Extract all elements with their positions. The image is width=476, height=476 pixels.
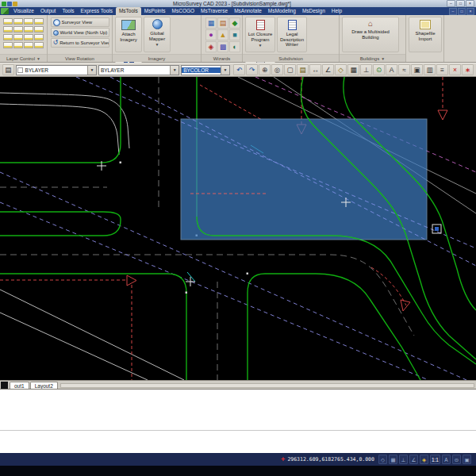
- layer-color-icon[interactable]: [34, 26, 44, 33]
- wizard-cogo-icon[interactable]: ●: [205, 29, 217, 40]
- layer-delete-icon[interactable]: [24, 42, 33, 48]
- layer-walk-icon[interactable]: [3, 42, 13, 48]
- doc-close-button[interactable]: ×: [466, 8, 474, 15]
- wizard-points-icon[interactable]: ◆: [229, 17, 240, 29]
- layer-off-icon[interactable]: [24, 18, 33, 25]
- erase-icon[interactable]: ×: [449, 64, 461, 75]
- layer-current-icon[interactable]: [3, 34, 13, 40]
- layer-isolate-icon[interactable]: [13, 42, 23, 48]
- ribbon-tab[interactable]: Output: [37, 7, 60, 15]
- viewport-icon[interactable]: ▣: [411, 64, 423, 75]
- maximize-button[interactable]: □: [456, 0, 465, 7]
- pan-icon[interactable]: ⊕: [259, 64, 271, 75]
- layer-match-icon[interactable]: [13, 34, 23, 40]
- layers-icon[interactable]: ▤: [297, 64, 309, 75]
- legal-description-writer-button[interactable]: Legal Description Writer: [277, 17, 307, 52]
- wizard-traverse-icon[interactable]: ▤: [217, 17, 228, 29]
- global-mapper-button[interactable]: Global Mapper ▼: [144, 17, 171, 52]
- close-button[interactable]: ×: [466, 0, 474, 7]
- ribbon-tab[interactable]: MsTools: [116, 7, 141, 15]
- ribbon-tab[interactable]: MsModeling: [265, 7, 299, 15]
- layer-thaw-icon[interactable]: [3, 26, 13, 33]
- doc-minimize-button[interactable]: –: [449, 8, 457, 15]
- wizard-reports-icon[interactable]: ◐: [229, 41, 240, 52]
- snap-toggle-icon[interactable]: ◇: [378, 455, 387, 464]
- ortho-icon[interactable]: ⊥: [360, 64, 372, 75]
- chevron-down-icon[interactable]: ▼: [170, 66, 178, 75]
- wizard-labels-icon[interactable]: ▲: [217, 29, 228, 40]
- layer-swatch-icon: [17, 67, 23, 73]
- polar-toggle-icon[interactable]: ∠: [409, 455, 418, 464]
- doc-restore-button[interactable]: □: [458, 8, 466, 15]
- layer-unlock-icon[interactable]: [24, 26, 33, 33]
- wizard-export-icon[interactable]: ◈: [205, 41, 217, 52]
- distance-icon[interactable]: ↔: [309, 64, 321, 75]
- layer-previous-icon[interactable]: [24, 34, 33, 40]
- chevron-down-icon[interactable]: ▼: [221, 66, 229, 75]
- ribbon-tab[interactable]: MsTraverse: [198, 7, 231, 15]
- lineweight-icon[interactable]: ≡: [436, 64, 448, 75]
- wizard-settings-icon[interactable]: ▩: [217, 41, 228, 52]
- command-window[interactable]: [0, 389, 476, 454]
- app-icon[interactable]: [2, 2, 6, 6]
- zoom-icon[interactable]: ◎: [271, 64, 283, 75]
- viewport-lock-icon[interactable]: ▣: [463, 455, 471, 464]
- layer-list-icon[interactable]: [3, 18, 13, 25]
- grid-icon[interactable]: ▦: [347, 64, 359, 75]
- lot-closure-program-button[interactable]: Lot Closure Program ▼: [245, 17, 275, 52]
- layer-lock-icon[interactable]: [13, 26, 23, 33]
- shapefile-import-button[interactable]: Shapefile Import: [409, 17, 442, 52]
- text-icon[interactable]: A: [386, 64, 397, 75]
- layer-combo[interactable]: BYLAYER ▼: [16, 65, 97, 75]
- table-icon[interactable]: ▥: [424, 64, 436, 75]
- osnap-toggle-icon[interactable]: ◈: [420, 455, 428, 464]
- layer-on-icon[interactable]: [13, 18, 23, 25]
- save-icon[interactable]: [7, 2, 12, 6]
- angle-icon[interactable]: ∠: [322, 64, 334, 75]
- ribbon-tab[interactable]: MsDesign: [299, 7, 328, 15]
- ribbon-tab[interactable]: MsAnnotate: [231, 7, 265, 15]
- command-window-splitter[interactable]: [0, 430, 476, 431]
- plot-style-combo[interactable]: BYCOLOR ▼: [181, 65, 230, 75]
- window-controls: – □ ×: [447, 0, 474, 7]
- minimize-button[interactable]: –: [447, 0, 455, 7]
- redo-icon[interactable]: ↷: [246, 64, 258, 75]
- linetype-combo[interactable]: BYLAYER ▼: [98, 65, 179, 75]
- return-to-surveyor-view-button[interactable]: ↺ Return to Surveyor View: [51, 38, 109, 48]
- layer-tools-grid: [2, 16, 45, 49]
- undo-icon[interactable]: ↶: [233, 64, 245, 75]
- draw-multisided-building-button[interactable]: ⌂ Draw a Multisided Building: [342, 17, 399, 52]
- scale-indicator[interactable]: 1:1: [430, 455, 440, 464]
- layer-freeze-icon[interactable]: [34, 18, 44, 25]
- entity-properties-button[interactable]: ▤: [2, 64, 14, 75]
- layer-merge-icon[interactable]: [34, 34, 44, 40]
- spline-icon[interactable]: ≈: [398, 64, 410, 75]
- wizard-project-icon[interactable]: ▦: [205, 17, 217, 29]
- drawing-canvas[interactable]: [0, 77, 476, 380]
- tracking-toggle-icon[interactable]: ⊙: [452, 455, 461, 464]
- ribbon-tab[interactable]: Visualize: [10, 7, 37, 15]
- world-view-button[interactable]: World View (North Up): [51, 28, 109, 37]
- ribbon-tab[interactable]: MsPoints: [141, 7, 169, 15]
- tab-scroll-button[interactable]: [1, 382, 8, 389]
- chevron-down-icon[interactable]: ▼: [87, 66, 96, 75]
- microsurvey-logo-icon[interactable]: [1, 8, 9, 14]
- surveyor-view-button[interactable]: Surveyor View: [51, 17, 109, 27]
- attach-imagery-button[interactable]: Attach Imagery: [115, 17, 142, 52]
- snap-icon[interactable]: ◇: [335, 64, 347, 75]
- osnap-icon[interactable]: ⊙: [373, 64, 385, 75]
- cancel-icon[interactable]: ∗: [462, 64, 474, 75]
- ortho-toggle-icon[interactable]: ⊥: [399, 455, 408, 464]
- ribbon-tab[interactable]: Tools: [59, 7, 77, 15]
- horizontal-scrollbar[interactable]: [60, 383, 474, 388]
- ribbon-tab[interactable]: MsCOGO: [169, 7, 198, 15]
- ribbon-tab[interactable]: Help: [328, 7, 345, 15]
- group-caption-buildings[interactable]: Buildings ▼: [340, 54, 405, 62]
- ribbon-tab[interactable]: Express Tools: [78, 7, 116, 15]
- annotation-toggle-icon[interactable]: A: [442, 455, 451, 464]
- group-caption-layer-control[interactable]: Layer Control ▼: [0, 54, 47, 62]
- wizard-import-icon[interactable]: ■: [229, 29, 240, 40]
- layer-new-icon[interactable]: [34, 42, 44, 48]
- grid-toggle-icon[interactable]: ▦: [389, 455, 397, 464]
- zoom-window-icon[interactable]: ▢: [284, 64, 296, 75]
